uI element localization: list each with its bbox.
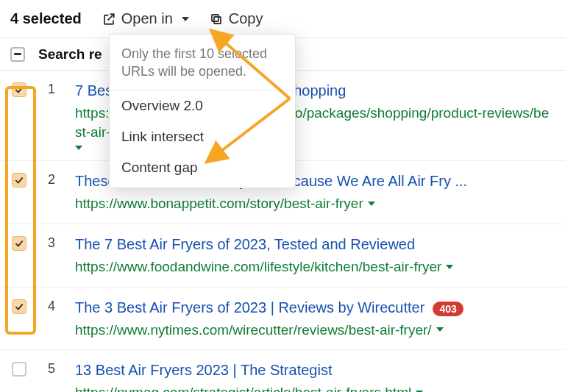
result-title[interactable]: The 3 Best Air Fryers of 2023 | Reviews …	[75, 299, 424, 316]
chevron-down-icon[interactable]	[368, 202, 375, 206]
chevron-down-icon[interactable]	[436, 327, 444, 332]
row-checkbox[interactable]	[12, 299, 26, 314]
open-in-label: Open in	[121, 10, 173, 27]
open-external-icon	[102, 13, 116, 26]
result-url[interactable]: https://nymag.com/strategist/article/bes…	[75, 383, 411, 392]
table-row: 5 13 Best Air Fryers 2023 | The Strategi…	[0, 350, 565, 392]
column-header-search-results: Search re	[38, 46, 102, 63]
table-row: 4 The 3 Best Air Fryers of 2023 | Review…	[0, 288, 565, 351]
position-cell: 4	[41, 298, 62, 314]
menu-item-overview[interactable]: Overview 2.0	[110, 90, 295, 121]
menu-item-link-intersect[interactable]: Link intersect	[110, 121, 295, 152]
chevron-down-icon	[182, 17, 189, 21]
menu-item-content-gap[interactable]: Content gap	[110, 152, 295, 183]
copy-label: Copy	[229, 10, 263, 27]
open-in-dropdown: Only the first 10 selected URLs will be …	[109, 34, 296, 188]
row-checkbox[interactable]	[12, 82, 26, 97]
status-badge: 403	[433, 302, 463, 316]
row-checkbox[interactable]	[12, 173, 26, 188]
position-cell: 2	[41, 171, 62, 188]
row-checkbox[interactable]	[12, 236, 26, 251]
result-url[interactable]: https://www.bonappetit.com/story/best-ai…	[75, 194, 363, 213]
position-cell: 3	[41, 235, 62, 251]
svg-rect-1	[212, 15, 218, 21]
chevron-down-icon[interactable]	[446, 265, 453, 269]
open-in-button[interactable]: Open in	[102, 10, 189, 27]
selected-count: 4 selected	[10, 10, 82, 27]
result-url[interactable]: https://www.foodandwine.com/lifestyle/ki…	[75, 257, 441, 277]
toolbar: 4 selected Open in Copy	[0, 0, 565, 38]
table-row: 3 The 7 Best Air Fryers of 2023, Tested …	[0, 224, 565, 288]
result-url[interactable]: https://www.nytimes.com/wirecutter/revie…	[75, 321, 432, 340]
position-cell: 5	[41, 360, 62, 377]
copy-icon	[210, 13, 223, 26]
result-title[interactable]: 13 Best Air Fryers 2023 | The Strategist	[75, 362, 332, 378]
dropdown-hint: Only the first 10 selected URLs will be …	[110, 35, 295, 90]
row-checkbox[interactable]	[12, 362, 26, 377]
svg-rect-0	[214, 17, 221, 24]
chevron-down-icon[interactable]	[75, 146, 82, 150]
copy-button[interactable]: Copy	[210, 10, 263, 27]
minus-icon	[14, 53, 21, 55]
result-title[interactable]: The 7 Best Air Fryers of 2023, Tested an…	[75, 236, 415, 252]
position-cell: 1	[41, 81, 62, 97]
select-all-checkbox[interactable]	[10, 47, 25, 62]
